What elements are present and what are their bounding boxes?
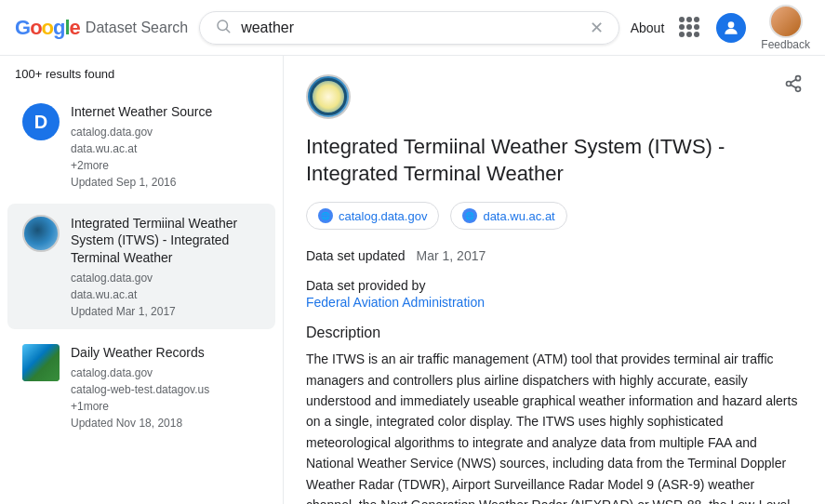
about-link[interactable]: About (631, 20, 665, 35)
feedback-area: Feedback (761, 5, 810, 51)
right-panel: Integrated Termiinal Weather System (ITW… (284, 56, 825, 504)
result-avatar-daily-weather (22, 344, 60, 381)
source-globe-icon-catalog: 🌐 (318, 208, 333, 223)
result-title-internet-weather: Internet Weather Source (71, 103, 260, 120)
description-section: Description The ITWS is an air traffic m… (306, 325, 803, 504)
result-sources-itws: catalog.data.govdata.wu.ac.at (71, 270, 260, 303)
google-logo: Google (15, 16, 80, 40)
clear-icon[interactable]: ✕ (590, 20, 604, 36)
result-item-itws[interactable]: Integrated Termiinal Weather System (ITW… (7, 204, 275, 329)
apps-icon[interactable] (679, 17, 701, 39)
feedback-label[interactable]: Feedback (761, 38, 810, 51)
source-links: 🌐 catalog.data.gov 🌐 data.wu.ac.at (306, 202, 803, 230)
dataset-provided-value[interactable]: Federal Aviation Administration (306, 295, 803, 310)
result-item-daily-weather[interactable]: Daily Weather Records catalog.data.govca… (7, 333, 275, 441)
result-content-internet-weather: Internet Weather Source catalog.data.gov… (71, 103, 260, 189)
result-content-itws: Integrated Termiinal Weather System (ITW… (71, 215, 260, 318)
dataset-provided-label: Data set provided by (306, 278, 803, 293)
svg-line-6 (791, 85, 796, 87)
result-date-internet-weather: Updated Sep 1, 2016 (71, 176, 260, 189)
svg-line-1 (227, 29, 230, 32)
source-link-label-wu: data.wu.ac.at (483, 209, 554, 223)
source-link-catalog[interactable]: 🌐 catalog.data.gov (306, 202, 439, 230)
source-globe-icon-wu: 🌐 (462, 208, 477, 223)
result-avatar-itws (22, 215, 60, 252)
search-input[interactable] (241, 20, 580, 36)
result-sources-daily-weather: catalog.data.govcatalog-web-test.datagov… (71, 365, 260, 415)
detail-title: Integrated Termiinal Weather System (ITW… (306, 134, 803, 187)
result-title-daily-weather: Daily Weather Records (71, 344, 260, 361)
main-content: 100+ results found D Internet Weather So… (0, 56, 825, 504)
detail-header (306, 74, 803, 119)
dataset-updated-row: Data set updated Mar 1, 2017 (306, 248, 803, 263)
source-link-wu[interactable]: 🌐 data.wu.ac.at (450, 202, 566, 230)
result-sources-internet-weather: catalog.data.govdata.wu.ac.at+2more (71, 124, 260, 174)
result-title-itws: Integrated Termiinal Weather System (ITW… (71, 215, 260, 266)
search-icon (215, 18, 232, 38)
description-label: Description (306, 325, 803, 341)
svg-point-0 (218, 20, 228, 31)
header: Google Dataset Search ✕ About Feedback (0, 0, 825, 56)
search-bar[interactable]: ✕ (199, 11, 619, 45)
account-icon[interactable] (716, 13, 746, 43)
result-date-daily-weather: Updated Nov 18, 2018 (71, 417, 260, 430)
header-right: About Feedback (631, 5, 810, 51)
result-date-itws: Updated Mar 1, 2017 (71, 305, 260, 318)
result-content-daily-weather: Daily Weather Records catalog.data.govca… (71, 344, 260, 430)
logo-area: Google Dataset Search (15, 16, 188, 40)
description-text: The ITWS is an air traffic management (A… (306, 349, 803, 504)
dataset-updated-label: Data set updated (306, 248, 406, 263)
dataset-updated-value: Mar 1, 2017 (417, 248, 486, 263)
profile-image[interactable] (769, 5, 803, 38)
dataset-provided-row: Data set provided by Federal Aviation Ad… (306, 278, 803, 310)
result-item-internet-weather[interactable]: D Internet Weather Source catalog.data.g… (7, 92, 275, 200)
svg-point-2 (728, 21, 735, 28)
share-icon[interactable] (784, 74, 803, 98)
detail-logo (306, 74, 351, 119)
results-count: 100+ results found (0, 67, 283, 92)
svg-line-7 (791, 79, 796, 82)
product-name: Dataset Search (86, 20, 188, 36)
detail-logo-inner (310, 78, 347, 115)
left-panel: 100+ results found D Internet Weather So… (0, 56, 284, 504)
source-link-label-catalog: catalog.data.gov (339, 209, 427, 223)
result-avatar-internet-weather: D (22, 103, 60, 140)
